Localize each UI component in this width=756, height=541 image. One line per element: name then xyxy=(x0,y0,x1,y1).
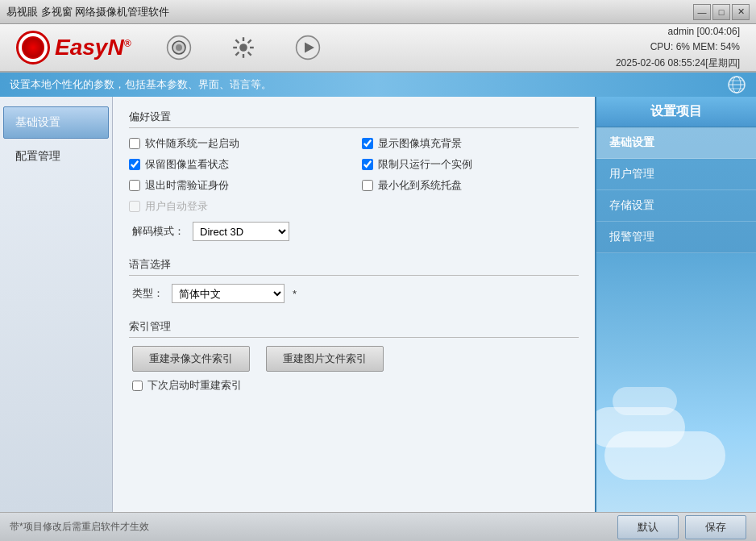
camera-icon-button[interactable] xyxy=(163,31,195,64)
right-item-user[interactable]: 用户管理 xyxy=(596,159,756,190)
settings-icon-button[interactable] xyxy=(227,31,260,64)
globe-icon xyxy=(727,75,746,94)
maximize-button[interactable]: □ xyxy=(712,4,730,20)
bottom-note: 带*项目修改后需重启软件才生效 xyxy=(10,520,611,534)
header: EasyN® xyxy=(0,24,756,73)
checkbox-startup-input[interactable] xyxy=(129,138,140,149)
svg-line-8 xyxy=(236,40,239,43)
index-buttons-row: 重建录像文件索引 重建图片文件索引 xyxy=(132,346,579,372)
top-right-info: admin [00:04:06] CPU: 6% MEM: 54% 2025-0… xyxy=(616,24,740,71)
checkbox-verify-exit-input[interactable] xyxy=(129,180,140,191)
checkbox-auto-login: 用户自动登录 xyxy=(129,199,346,214)
save-button[interactable]: 保存 xyxy=(685,515,746,539)
default-button[interactable]: 默认 xyxy=(617,515,679,539)
rebuild-next-checkbox[interactable] xyxy=(132,381,143,391)
checkbox-fill-bg-input[interactable] xyxy=(362,138,373,149)
logo-circle xyxy=(16,31,50,65)
main-area: 基础设置 配置管理 偏好设置 软件随系统一起启动 显示图像填充背景 保留 xyxy=(0,97,756,512)
play-icon-button[interactable] xyxy=(292,31,324,64)
rebuild-video-button[interactable]: 重建录像文件索引 xyxy=(132,346,250,372)
logo-text: EasyN® xyxy=(55,35,131,60)
checkbox-keep-view-label: 保留图像监看状态 xyxy=(145,157,229,172)
window-title: 易视眼 多视窗 网络摄像机管理软件 xyxy=(6,5,692,19)
checkbox-minimize-tray-label: 最小化到系统托盘 xyxy=(378,178,462,193)
checkbox-fill-bg: 显示图像填充背景 xyxy=(362,136,579,151)
cloud-2 xyxy=(613,387,677,415)
decode-select[interactable]: Direct 3D OpenGL GDI xyxy=(193,222,289,241)
minimize-button[interactable]: — xyxy=(693,4,711,20)
rebuild-image-button[interactable]: 重建图片文件索引 xyxy=(266,346,384,372)
svg-line-11 xyxy=(236,52,239,56)
right-panel-clouds xyxy=(596,253,756,512)
language-section: 语言选择 类型： 简体中文 English 繁體中文 * xyxy=(129,257,579,303)
admin-info: admin [00:04:06] xyxy=(616,24,740,40)
checkbox-verify-exit-label: 退出时需验证身份 xyxy=(145,178,229,193)
decode-label: 解码模式： xyxy=(132,224,185,239)
right-item-storage[interactable]: 存储设置 xyxy=(596,190,756,222)
checkbox-fill-bg-label: 显示图像填充背景 xyxy=(378,136,462,151)
cpu-mem-info: CPU: 6% MEM: 54% xyxy=(616,40,740,55)
checkbox-keep-view: 保留图像监看状态 xyxy=(129,157,346,172)
lang-asterisk: * xyxy=(293,288,297,300)
sidebar-item-config-management[interactable]: 配置管理 xyxy=(3,140,109,173)
info-bar: 设置本地个性化的参数，包括基本参数、界面、语言等。 xyxy=(0,73,756,97)
language-title: 语言选择 xyxy=(129,257,579,276)
right-panel: 设置项目 基础设置 用户管理 存储设置 报警管理 xyxy=(595,97,756,512)
checkbox-auto-login-input[interactable] xyxy=(129,201,140,212)
checkbox-minimize-tray: 最小化到系统托盘 xyxy=(362,178,579,193)
preference-title: 偏好设置 xyxy=(129,110,579,128)
preference-section: 偏好设置 软件随系统一起启动 显示图像填充背景 保留图像监看状态 限制只运行一个… xyxy=(129,110,579,241)
right-panel-title: 设置项目 xyxy=(596,97,756,127)
language-row: 类型： 简体中文 English 繁體中文 * xyxy=(132,284,579,303)
logo-area: EasyN® xyxy=(16,31,131,65)
rebuild-next-row: 下次启动时重建索引 xyxy=(132,378,579,393)
index-section: 索引管理 重建录像文件索引 重建图片文件索引 下次启动时重建索引 xyxy=(129,319,579,393)
logo-inner xyxy=(22,36,44,59)
close-button[interactable]: ✕ xyxy=(732,4,750,20)
checkbox-single-instance-input[interactable] xyxy=(362,159,373,170)
info-text: 设置本地个性化的参数，包括基本参数、界面、语言等。 xyxy=(10,77,272,92)
checkbox-keep-view-input[interactable] xyxy=(129,159,140,170)
svg-line-10 xyxy=(248,40,251,43)
right-item-alarm[interactable]: 报警管理 xyxy=(596,222,756,253)
bottom-bar: 带*项目修改后需重启软件才生效 默认 保存 xyxy=(0,512,756,541)
checkbox-verify-exit: 退出时需验证身份 xyxy=(129,178,346,193)
checkbox-minimize-tray-input[interactable] xyxy=(362,180,373,191)
checkbox-auto-login-label: 用户自动登录 xyxy=(145,199,208,214)
content-area: 偏好设置 软件随系统一起启动 显示图像填充背景 保留图像监看状态 限制只运行一个… xyxy=(113,97,595,512)
svg-line-9 xyxy=(248,52,251,56)
checkbox-startup: 软件随系统一起启动 xyxy=(129,136,346,151)
rebuild-next-label: 下次启动时重建索引 xyxy=(147,378,242,393)
preference-checkboxes: 软件随系统一起启动 显示图像填充背景 保留图像监看状态 限制只运行一个实例 退出… xyxy=(129,136,579,214)
title-bar: 易视眼 多视窗 网络摄像机管理软件 — □ ✕ xyxy=(0,0,756,24)
index-title: 索引管理 xyxy=(129,319,579,338)
right-item-basic[interactable]: 基础设置 xyxy=(596,127,756,159)
decode-row: 解码模式： Direct 3D OpenGL GDI xyxy=(132,222,579,241)
datetime-info: 2025-02-06 08:55:24[星期四] xyxy=(616,56,740,71)
lang-type-label: 类型： xyxy=(132,286,164,301)
sidebar-item-basic-settings[interactable]: 基础设置 xyxy=(3,106,109,139)
sidebar: 基础设置 配置管理 xyxy=(0,97,113,512)
svg-point-2 xyxy=(176,44,182,51)
checkbox-single-instance-label: 限制只运行一个实例 xyxy=(378,157,472,172)
cloud-3 xyxy=(604,431,725,480)
checkbox-startup-label: 软件随系统一起启动 xyxy=(145,136,239,151)
svg-point-3 xyxy=(240,44,248,52)
lang-select[interactable]: 简体中文 English 繁體中文 xyxy=(172,284,285,303)
checkbox-single-instance: 限制只运行一个实例 xyxy=(362,157,579,172)
